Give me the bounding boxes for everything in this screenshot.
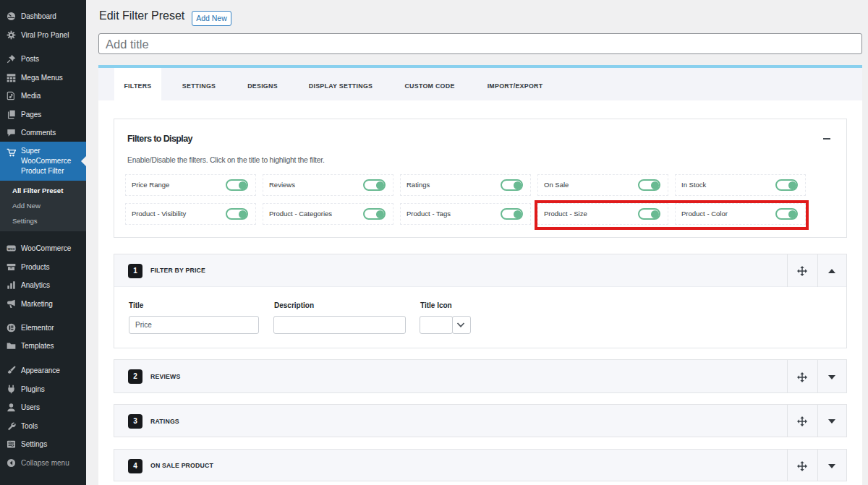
svg-text:woo: woo [7, 247, 15, 251]
